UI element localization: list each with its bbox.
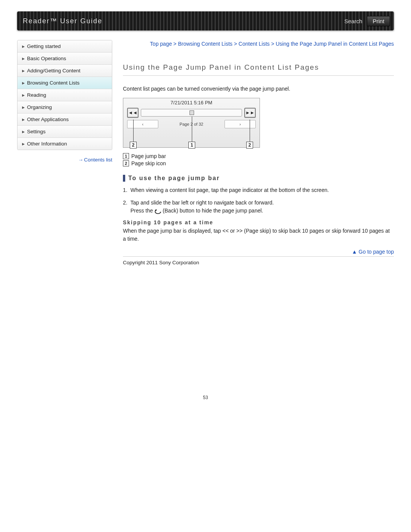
step-text: Tap and slide the bar left or right to n…: [131, 199, 394, 215]
page-number: 53: [17, 395, 394, 400]
chevron-right-icon: ▶: [22, 142, 25, 146]
chevron-right-icon: ▶: [22, 45, 25, 48]
subsection-heading: Skipping 10 pages at a time: [123, 219, 394, 225]
step-2: 2. Tap and slide the bar left or right t…: [123, 199, 394, 215]
go-to-top-link[interactable]: ▲ Go to page top: [352, 249, 394, 255]
callout-box: 2: [130, 142, 137, 149]
callout-line: [192, 117, 192, 142]
step-1: 1. When viewing a content list page, tap…: [123, 186, 394, 194]
sidebar-item-settings[interactable]: ▶Settings: [18, 126, 112, 138]
app-title: Reader™ User Guide: [23, 17, 344, 25]
chevron-right-icon: ▶: [22, 105, 25, 109]
legend: 1 Page jump bar 2 Page skip icon: [123, 153, 394, 166]
legend-number: 2: [123, 160, 129, 166]
skip-forward-icon: ►►: [244, 108, 256, 118]
back-icon: [155, 209, 161, 214]
illustration-page-jump-panel: 7/21/2011 5:16 PM ◄◄ ►► ‹ Page 2 of 32 ›…: [123, 98, 260, 148]
illustration-timestamp: 7/21/2011 5:16 PM: [123, 98, 260, 108]
breadcrumb[interactable]: Top page > Browsing Content Lists > Cont…: [123, 40, 394, 48]
chevron-right-icon: ▶: [22, 118, 25, 121]
step-text: When viewing a content list page, tap th…: [131, 186, 394, 194]
intro-text: Content list pages can be turned conveni…: [123, 85, 394, 93]
subsection-text: When the page jump bar is displayed, tap…: [123, 227, 394, 243]
search-link[interactable]: Search: [344, 18, 363, 24]
page-title: Using the Page Jump Panel in Content Lis…: [123, 63, 394, 76]
main-content: Top page > Browsing Content Lists > Cont…: [123, 40, 394, 265]
slider-handle-icon: [190, 110, 194, 115]
callout-line: [250, 120, 250, 142]
print-button[interactable]: Print: [367, 16, 390, 26]
chevron-right-icon: ▶: [22, 81, 25, 85]
sidebar-item-adding-content[interactable]: ▶Adding/Getting Content: [18, 65, 112, 77]
contents-list-link-wrap: →Contents list: [17, 157, 112, 163]
callout-line: [133, 120, 134, 142]
sidebar-item-organizing[interactable]: ▶Organizing: [18, 101, 112, 113]
chevron-right-icon: ▶: [22, 69, 25, 73]
sidebar-item-other-apps[interactable]: ▶Other Applications: [18, 113, 112, 126]
section-heading: To use the page jump bar: [123, 175, 394, 182]
step-number: 1.: [123, 186, 127, 194]
step-2-line-b: Press the (Back) button to hide the page…: [131, 207, 394, 215]
sidebar: ▶Getting started ▶Basic Operations ▶Addi…: [17, 40, 112, 265]
prev-page-icon: ‹: [127, 120, 158, 128]
chevron-right-icon: ▶: [22, 130, 25, 134]
copyright: Copyright 2011 Sony Corporation: [123, 260, 394, 265]
divider: [123, 256, 394, 257]
chevron-right-icon: ▶: [22, 57, 25, 61]
go-top-wrap: ▲ Go to page top: [123, 249, 394, 255]
legend-label: Page jump bar: [131, 153, 166, 159]
chevron-right-icon: ▶: [22, 93, 25, 97]
step-number: 2.: [123, 199, 127, 215]
sidebar-item-basic-operations[interactable]: ▶Basic Operations: [18, 53, 112, 65]
legend-row: 2 Page skip icon: [123, 160, 394, 166]
callout-box: 1: [188, 142, 195, 149]
skip-back-icon: ◄◄: [127, 108, 139, 118]
legend-label: Page skip icon: [131, 160, 166, 166]
page-indicator: Page 2 of 32: [161, 122, 222, 126]
step-2-line-a: Tap and slide the bar left or right to n…: [131, 199, 394, 207]
callout-box: 2: [246, 142, 253, 149]
contents-list-link[interactable]: →Contents list: [78, 157, 112, 163]
sidebar-item-reading[interactable]: ▶Reading: [18, 89, 112, 101]
sidebar-item-other-info[interactable]: ▶Other Information: [18, 138, 112, 150]
sidebar-item-browsing-lists[interactable]: ▶Browsing Content Lists: [18, 77, 112, 89]
nav-list: ▶Getting started ▶Basic Operations ▶Addi…: [17, 40, 112, 150]
page-jump-bar: [141, 109, 242, 117]
sidebar-item-getting-started[interactable]: ▶Getting started: [18, 40, 112, 53]
triangle-up-icon: ▲: [352, 249, 357, 255]
legend-number: 1: [123, 153, 129, 159]
app-header: Reader™ User Guide Search Print: [17, 11, 394, 30]
next-page-icon: ›: [225, 120, 256, 128]
arrow-right-icon: →: [78, 157, 83, 163]
legend-row: 1 Page jump bar: [123, 153, 394, 159]
